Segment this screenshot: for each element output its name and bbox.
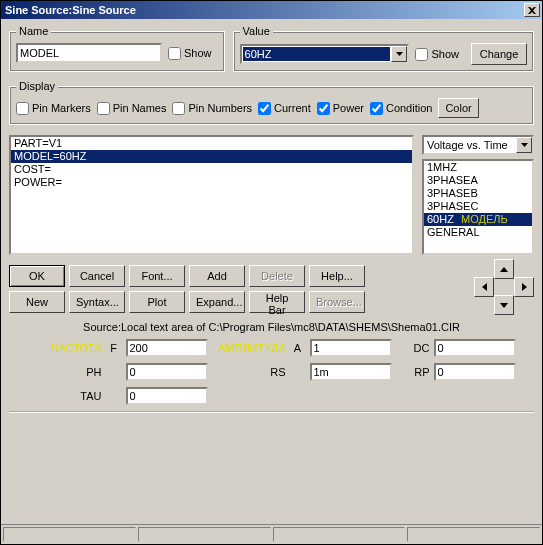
amp-input[interactable] xyxy=(310,339,392,357)
nav-right-button[interactable] xyxy=(514,277,534,297)
ok-button[interactable]: OK xyxy=(9,265,65,287)
pin-markers-check[interactable] xyxy=(16,102,29,115)
list-item[interactable]: GENERAL xyxy=(424,226,532,239)
source-path-label: Source:Local text area of C:\Program Fil… xyxy=(9,321,534,333)
pin-names-checkbox[interactable]: Pin Names xyxy=(97,102,167,115)
status-cell xyxy=(3,527,136,542)
dc-input[interactable] xyxy=(434,339,516,357)
expand-button[interactable]: Expand... xyxy=(189,291,245,313)
dc-label: DC xyxy=(396,342,430,354)
name-field[interactable] xyxy=(16,43,162,63)
status-bar xyxy=(1,524,542,544)
list-item[interactable]: COST= xyxy=(11,163,412,176)
display-group: Display Pin Markers Pin Names Pin Number… xyxy=(9,80,534,125)
font-button[interactable]: Font... xyxy=(129,265,185,287)
name-show-checkbox[interactable]: Show xyxy=(168,47,212,60)
title-bar: Sine Source:Sine Source xyxy=(1,1,542,19)
value-combo[interactable]: 60HZ xyxy=(240,44,410,64)
tau-input[interactable] xyxy=(126,387,208,405)
window-title: Sine Source:Sine Source xyxy=(5,4,136,16)
pin-numbers-checkbox[interactable]: Pin Numbers xyxy=(172,102,252,115)
new-button[interactable]: New xyxy=(9,291,65,313)
power-checkbox[interactable]: Power xyxy=(317,102,364,115)
value-combo-dropdown-button[interactable] xyxy=(391,46,407,62)
current-checkbox[interactable]: Current xyxy=(258,102,311,115)
current-check[interactable] xyxy=(258,102,271,115)
add-button[interactable]: Add xyxy=(189,265,245,287)
rs-label: RS xyxy=(212,366,286,378)
amp-label: АМПЛИТУДА xyxy=(212,342,286,354)
close-button[interactable] xyxy=(524,3,540,17)
ph-label: PH xyxy=(28,366,102,378)
pin-names-check[interactable] xyxy=(97,102,110,115)
change-button[interactable]: Change xyxy=(471,43,527,65)
power-check[interactable] xyxy=(317,102,330,115)
nav-left-button[interactable] xyxy=(474,277,494,297)
cancel-button[interactable]: Cancel xyxy=(69,265,125,287)
freq-symbol: F xyxy=(106,342,122,354)
list-item[interactable]: POWER= xyxy=(11,176,412,189)
status-cell xyxy=(138,527,271,542)
value-show-check[interactable] xyxy=(415,48,428,61)
value-legend: Value xyxy=(240,25,273,37)
name-group: Name Show xyxy=(9,25,225,72)
list-item[interactable]: 3PHASEC xyxy=(424,200,532,213)
browse-button[interactable]: Browse... xyxy=(309,291,365,313)
plot-type-dropdown-button[interactable] xyxy=(516,137,532,153)
status-cell xyxy=(407,527,540,542)
list-item[interactable]: PART=V1 xyxy=(11,137,412,150)
parameter-grid: ЧАСТОТА F АМПЛИТУДА A DC PH RS RP TAU xyxy=(9,339,534,405)
syntax-button[interactable]: Syntax... xyxy=(69,291,125,313)
plot-type-selected: Voltage vs. Time xyxy=(424,137,516,153)
nav-up-button[interactable] xyxy=(494,259,514,279)
amp-symbol: A xyxy=(290,342,306,354)
status-cell xyxy=(273,527,406,542)
value-combo-selected: 60HZ xyxy=(243,47,391,61)
pin-numbers-check[interactable] xyxy=(172,102,185,115)
lower-panel xyxy=(9,411,534,481)
condition-check[interactable] xyxy=(370,102,383,115)
freq-input[interactable] xyxy=(126,339,208,357)
value-show-checkbox[interactable]: Show xyxy=(415,48,459,61)
tau-label: TAU xyxy=(28,390,102,402)
helpbar-button[interactable]: Help Bar xyxy=(249,291,305,313)
freq-label: ЧАСТОТА xyxy=(28,342,102,354)
help-button[interactable]: Help... xyxy=(309,265,365,287)
plot-type-combo[interactable]: Voltage vs. Time xyxy=(422,135,534,155)
list-item[interactable]: 1MHZ xyxy=(424,161,532,174)
display-legend: Display xyxy=(16,80,58,92)
name-legend: Name xyxy=(16,25,51,37)
nav-down-button[interactable] xyxy=(494,295,514,315)
value-group: Value 60HZ Show Change xyxy=(233,25,534,72)
delete-button[interactable]: Delete xyxy=(249,265,305,287)
model-list[interactable]: 1MHZ3PHASEA3PHASEB3PHASEC60HZ МОДЕЛЬGENE… xyxy=(422,159,534,255)
list-item[interactable]: 3PHASEB xyxy=(424,187,532,200)
nav-pad xyxy=(474,259,534,315)
list-item[interactable]: 3PHASEA xyxy=(424,174,532,187)
list-item[interactable]: MODEL=60HZ xyxy=(11,150,412,163)
plot-button[interactable]: Plot xyxy=(129,291,185,313)
ph-input[interactable] xyxy=(126,363,208,381)
rp-label: RP xyxy=(396,366,430,378)
name-show-check[interactable] xyxy=(168,47,181,60)
color-button[interactable]: Color xyxy=(438,98,478,118)
pin-markers-checkbox[interactable]: Pin Markers xyxy=(16,102,91,115)
rp-input[interactable] xyxy=(434,363,516,381)
rs-input[interactable] xyxy=(310,363,392,381)
list-item[interactable]: 60HZ МОДЕЛЬ xyxy=(424,213,532,226)
condition-checkbox[interactable]: Condition xyxy=(370,102,432,115)
attribute-list[interactable]: PART=V1MODEL=60HZCOST=POWER= xyxy=(9,135,414,255)
